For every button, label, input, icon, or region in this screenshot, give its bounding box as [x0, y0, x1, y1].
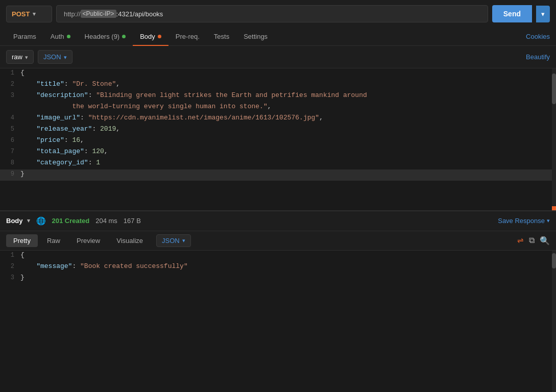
raw-button[interactable]: raw	[6, 50, 34, 64]
code-line-7: 7 "total_page": 120,	[0, 147, 556, 158]
resp-tab-pretty[interactable]: Pretty	[6, 234, 38, 247]
scroll-marker	[552, 206, 556, 210]
line-content: {	[20, 69, 556, 79]
line-number: 1	[0, 251, 20, 261]
response-body-editor[interactable]: 1 { 2 "message": "Book created successfu…	[0, 251, 556, 393]
line-content: "message": "Book created successfully"	[20, 262, 556, 273]
tab-prereq[interactable]: Pre-req.	[168, 28, 207, 45]
resp-json-selector[interactable]: JSON ▾	[156, 234, 191, 247]
body-chevron-icon: ▾	[27, 217, 30, 224]
beautify-button[interactable]: Beautify	[526, 53, 550, 61]
json-chevron-icon	[64, 53, 67, 61]
body-label: Body	[140, 33, 155, 40]
resp-json-chevron-icon: ▾	[182, 237, 185, 244]
response-size: 167 B	[124, 217, 141, 225]
wrap-icon[interactable]: ⇌	[517, 236, 524, 245]
globe-icon: 🌐	[36, 216, 46, 226]
tab-settings[interactable]: Settings	[236, 28, 275, 45]
code-line-2: 2 "title": "Dr. Stone",	[0, 80, 556, 91]
body-dot	[158, 35, 161, 38]
preview-label: Preview	[77, 237, 100, 244]
json-button[interactable]: JSON	[38, 50, 72, 64]
save-response-chevron-icon: ▾	[547, 217, 550, 224]
raw-resp-label: Raw	[47, 237, 60, 244]
line-content: }	[20, 274, 556, 284]
headers-dot	[122, 35, 126, 38]
resp-tab-visualize[interactable]: Visualize	[109, 234, 150, 247]
search-icon[interactable]: 🔍	[540, 236, 550, 246]
resp-code-line-3: 3 }	[0, 273, 556, 284]
tests-label: Tests	[214, 33, 229, 40]
tab-headers[interactable]: Headers (9)	[78, 28, 133, 45]
tab-params[interactable]: Params	[6, 28, 43, 45]
headers-label: Headers (9)	[85, 33, 120, 40]
tab-tests[interactable]: Tests	[207, 28, 236, 45]
resp-code-line-1: 1 {	[0, 251, 556, 262]
top-bar: POST ▾ http://<Public-IP>:4321/api/books…	[0, 0, 556, 28]
copy-icon[interactable]: ⧉	[529, 236, 535, 245]
url-input[interactable]: http://<Public-IP>:4321/api/books	[56, 5, 488, 22]
raw-label: raw	[12, 53, 22, 61]
resp-code-line-2: 2 "message": "Book created successfully"	[0, 262, 556, 273]
line-content: "description": "Blinding green light str…	[20, 91, 556, 102]
scrollbar-track[interactable]	[552, 68, 556, 210]
resp-json-label: JSON	[162, 237, 180, 244]
tab-auth[interactable]: Auth	[43, 28, 78, 45]
line-content: "price": 16,	[20, 136, 556, 146]
raw-chevron-icon	[25, 53, 28, 61]
response-time: 204 ms	[95, 217, 117, 225]
line-number: 1	[0, 69, 20, 79]
line-content: "release_year": 2019,	[20, 125, 556, 135]
code-line-8: 8 "category_id": 1	[0, 158, 556, 169]
url-scheme: http://	[64, 10, 81, 18]
body-toolbar: raw JSON Beautify	[0, 46, 556, 68]
response-view-tabs: Pretty Raw Preview Visualize JSON ▾ ⇌ ⧉ …	[0, 231, 556, 251]
line-number: 8	[0, 159, 20, 169]
resp-scrollbar-track[interactable]	[552, 251, 556, 393]
line-content: "total_page": 120,	[20, 148, 556, 158]
line-content: {	[20, 251, 556, 261]
method-selector[interactable]: POST ▾	[6, 6, 52, 22]
auth-dot	[67, 35, 70, 38]
line-number: 9	[0, 170, 20, 180]
auth-label: Auth	[51, 33, 64, 40]
line-number: 3	[0, 91, 20, 102]
prereq-label: Pre-req.	[176, 33, 200, 40]
cookies-link[interactable]: Cookies	[526, 28, 550, 45]
line-number: 6	[0, 136, 20, 146]
url-path: :4321/api/books	[116, 10, 163, 18]
pretty-label: Pretty	[13, 237, 31, 244]
send-chevron-button[interactable]: ▾	[536, 6, 550, 22]
code-line-5: 5 "release_year": 2019,	[0, 125, 556, 136]
line-number: 4	[0, 114, 20, 124]
response-header: Body ▾ 🌐 201 Created 204 ms 167 B Save R…	[0, 210, 556, 231]
json-label: JSON	[43, 53, 61, 61]
request-tabs: Params Auth Headers (9) Body Pre-req. Te…	[0, 28, 556, 46]
code-line-3: 3 "description": "Blinding green light s…	[0, 91, 556, 102]
request-body-editor[interactable]: 1 { 2 "title": "Dr. Stone", 3 "descripti…	[0, 68, 556, 210]
code-line-9: 9 }	[0, 169, 556, 181]
visualize-label: Visualize	[116, 237, 143, 244]
scrollbar-thumb[interactable]	[552, 74, 556, 104]
line-content: "image_url": "https://cdn.myanimelist.ne…	[20, 114, 556, 124]
code-line-4: 4 "image_url": "https://cdn.myanimelist.…	[0, 113, 556, 125]
save-response-button[interactable]: Save Response ▾	[498, 217, 550, 225]
resp-tab-raw[interactable]: Raw	[40, 234, 67, 247]
resp-tab-preview[interactable]: Preview	[69, 234, 107, 247]
line-content: "title": "Dr. Stone",	[20, 80, 556, 90]
save-response-label: Save Response	[498, 217, 545, 225]
line-number: 2	[0, 80, 20, 90]
body-text: Body	[6, 217, 23, 225]
url-public-ip: <Public-IP>	[81, 10, 116, 18]
code-line-6: 6 "price": 16,	[0, 136, 556, 147]
line-number: 2	[0, 262, 20, 273]
params-label: Params	[13, 33, 36, 40]
code-line-3b: the world–turning every single human int…	[0, 102, 556, 113]
send-button[interactable]: Send	[492, 5, 532, 22]
line-number	[0, 103, 20, 113]
tab-body[interactable]: Body	[133, 28, 168, 45]
resp-scrollbar-thumb[interactable]	[552, 253, 556, 268]
line-content: the world–turning every single human int…	[20, 103, 556, 113]
settings-label: Settings	[244, 33, 268, 40]
line-number: 5	[0, 125, 20, 135]
